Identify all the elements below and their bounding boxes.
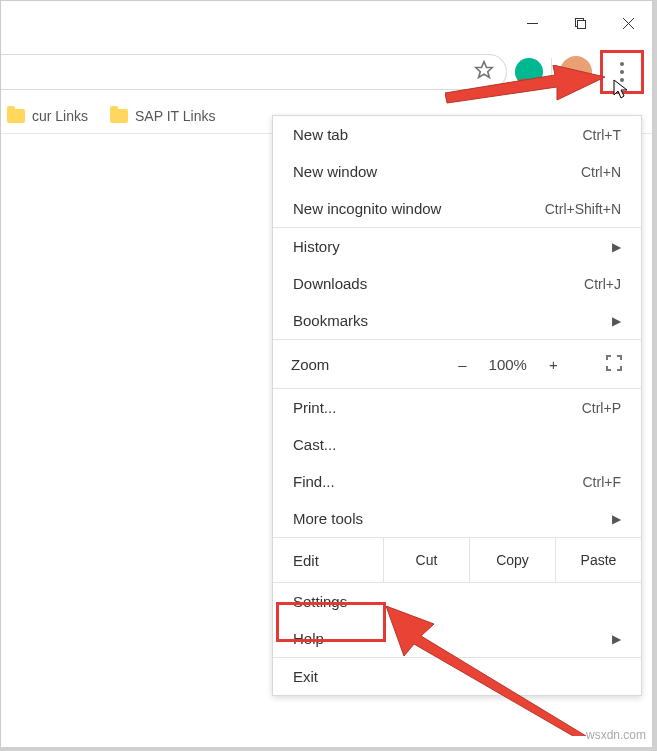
submenu-arrow-icon: ▶ xyxy=(612,314,621,328)
menu-shortcut: Ctrl+N xyxy=(581,164,621,180)
submenu-arrow-icon: ▶ xyxy=(612,240,621,254)
address-bar[interactable] xyxy=(1,54,507,90)
extension-icon[interactable]: off xyxy=(515,58,543,86)
menu-label: Help xyxy=(293,630,324,647)
paste-button[interactable]: Paste xyxy=(555,538,641,582)
menu-label: History xyxy=(293,238,340,255)
profile-avatar[interactable] xyxy=(560,56,592,88)
menu-shortcut: Ctrl+F xyxy=(583,474,622,490)
menu-label: Bookmarks xyxy=(293,312,368,329)
menu-label: Exit xyxy=(293,668,318,685)
window-titlebar xyxy=(1,1,652,46)
menu-item-new-window[interactable]: New window Ctrl+N xyxy=(273,153,641,190)
submenu-arrow-icon: ▶ xyxy=(612,512,621,526)
menu-item-exit[interactable]: Exit xyxy=(273,658,641,695)
menu-shortcut: Ctrl+Shift+N xyxy=(545,201,621,217)
chrome-window: off cur Links SAP IT Links New tab Ctrl+… xyxy=(0,0,653,746)
minimize-button[interactable] xyxy=(508,1,556,46)
menu-shortcut: Ctrl+P xyxy=(582,400,621,416)
chrome-main-menu: New tab Ctrl+T New window Ctrl+N New inc… xyxy=(272,115,642,696)
menu-item-downloads[interactable]: Downloads Ctrl+J xyxy=(273,265,641,302)
bookmark-star-icon[interactable] xyxy=(474,60,494,84)
menu-label: New incognito window xyxy=(293,200,441,217)
zoom-out-button[interactable]: – xyxy=(458,356,466,373)
bookmark-folder-sap-it-links[interactable]: SAP IT Links xyxy=(110,108,215,124)
fullscreen-button[interactable] xyxy=(605,354,623,375)
maximize-button[interactable] xyxy=(556,1,604,46)
menu-item-cast[interactable]: Cast... xyxy=(273,426,641,463)
menu-shortcut: Ctrl+T xyxy=(583,127,622,143)
bookmark-folder-cur-links[interactable]: cur Links xyxy=(7,108,88,124)
menu-item-help[interactable]: Help ▶ xyxy=(273,620,641,657)
menu-label: New window xyxy=(293,163,377,180)
copy-button[interactable]: Copy xyxy=(469,538,555,582)
edit-label: Edit xyxy=(293,552,383,569)
menu-item-zoom: Zoom – 100% + xyxy=(273,340,641,388)
menu-item-new-incognito[interactable]: New incognito window Ctrl+Shift+N xyxy=(273,190,641,227)
watermark: wsxdn.com xyxy=(586,728,646,742)
zoom-label: Zoom xyxy=(291,356,411,373)
svg-rect-2 xyxy=(577,21,585,29)
folder-icon xyxy=(110,109,128,123)
toolbar-divider-icon xyxy=(551,58,552,86)
bookmark-label: SAP IT Links xyxy=(135,108,215,124)
menu-label: New tab xyxy=(293,126,348,143)
menu-item-find[interactable]: Find... Ctrl+F xyxy=(273,463,641,500)
menu-label: Downloads xyxy=(293,275,367,292)
folder-icon xyxy=(7,109,25,123)
menu-item-new-tab[interactable]: New tab Ctrl+T xyxy=(273,116,641,153)
highlight-menu-button xyxy=(600,50,644,94)
menu-shortcut: Ctrl+J xyxy=(584,276,621,292)
extension-badge: off xyxy=(519,79,536,90)
menu-item-edit: Edit Cut Copy Paste xyxy=(273,538,641,582)
zoom-in-button[interactable]: + xyxy=(549,356,558,373)
cut-button[interactable]: Cut xyxy=(383,538,469,582)
menu-label: More tools xyxy=(293,510,363,527)
menu-item-history[interactable]: History ▶ xyxy=(273,228,641,265)
browser-toolbar: off xyxy=(1,46,652,98)
menu-label: Settings xyxy=(293,593,347,610)
close-button[interactable] xyxy=(604,1,652,46)
menu-label: Print... xyxy=(293,399,336,416)
menu-item-settings[interactable]: Settings xyxy=(273,583,641,620)
zoom-value: 100% xyxy=(489,356,527,373)
menu-label: Find... xyxy=(293,473,335,490)
menu-item-print[interactable]: Print... Ctrl+P xyxy=(273,389,641,426)
menu-label: Cast... xyxy=(293,436,336,453)
bookmark-label: cur Links xyxy=(32,108,88,124)
menu-item-more-tools[interactable]: More tools ▶ xyxy=(273,500,641,537)
menu-item-bookmarks[interactable]: Bookmarks ▶ xyxy=(273,302,641,339)
svg-marker-5 xyxy=(476,62,493,78)
submenu-arrow-icon: ▶ xyxy=(612,632,621,646)
chrome-menu-button[interactable] xyxy=(606,56,638,88)
